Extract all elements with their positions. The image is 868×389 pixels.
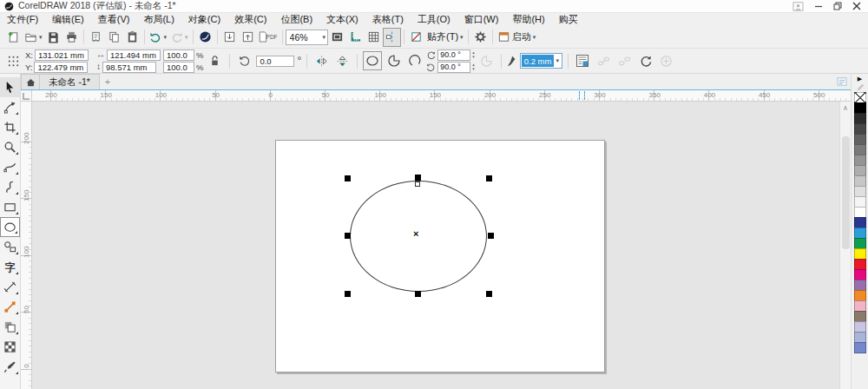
document-navigator-icon[interactable] <box>833 74 851 89</box>
new-tab-button[interactable]: + <box>100 74 115 89</box>
menu-item-bitmaps[interactable]: 位图(B) <box>273 13 319 26</box>
show-guidelines-button[interactable] <box>383 28 401 47</box>
mirror-vertical-button[interactable] <box>333 51 352 70</box>
selection-handle[interactable] <box>415 291 421 297</box>
pdf-button[interactable]: PDF <box>257 28 279 47</box>
connector-tool[interactable] <box>0 297 20 317</box>
start-angle-field[interactable]: 90.0 ° <box>437 49 470 61</box>
object-width-field[interactable] <box>107 49 161 61</box>
selection-handle[interactable] <box>415 175 421 181</box>
rotation-angle-field[interactable] <box>256 56 294 67</box>
ellipse-node[interactable] <box>415 181 420 187</box>
palette-options-icon[interactable] <box>856 82 865 93</box>
import-button[interactable] <box>220 28 239 47</box>
add-perspective-button[interactable] <box>657 51 675 70</box>
mirror-horizontal-button[interactable] <box>312 51 331 70</box>
fullscreen-preview-button[interactable] <box>328 28 346 47</box>
selection-handle[interactable] <box>488 233 494 239</box>
crop-tool[interactable] <box>0 117 20 137</box>
home-tab-button[interactable] <box>21 74 40 89</box>
pick-tool[interactable] <box>0 77 20 97</box>
zoom-tool[interactable] <box>0 137 20 157</box>
pie-mode-button[interactable] <box>385 51 403 70</box>
palette-flyout-button[interactable]: ▶ <box>858 75 862 82</box>
menu-item-file[interactable]: 文件(F) <box>0 13 45 26</box>
scroll-up-button[interactable]: ∧ <box>840 102 851 114</box>
show-grid-button[interactable] <box>365 28 383 47</box>
rectangle-tool[interactable] <box>0 197 20 217</box>
menu-item-buy[interactable]: 购买 <box>552 13 585 26</box>
chain-link-button-2[interactable] <box>615 51 634 70</box>
print-button[interactable] <box>62 28 81 47</box>
menu-item-tools[interactable]: 工具(O) <box>411 13 457 26</box>
restore-button[interactable] <box>833 1 842 12</box>
color-eyedropper-tool[interactable] <box>0 357 20 377</box>
minimize-button[interactable] <box>814 1 823 12</box>
zoom-level-input[interactable] <box>286 30 323 43</box>
scale-v-field[interactable] <box>163 62 194 73</box>
menu-item-text[interactable]: 文本(X) <box>319 13 365 26</box>
selection-handle[interactable] <box>345 291 351 297</box>
open-button[interactable]: ▾ <box>23 28 44 47</box>
paste-button[interactable] <box>123 28 141 47</box>
arc-mode-button[interactable] <box>405 51 424 70</box>
menu-item-effects[interactable]: 效果(C) <box>227 13 273 26</box>
selection-handle[interactable] <box>486 175 492 181</box>
document-tab[interactable]: 未命名 -1* <box>40 74 100 89</box>
ellipse-mode-button[interactable] <box>363 51 382 70</box>
scale-h-field[interactable] <box>163 49 194 61</box>
copy-button[interactable] <box>105 28 123 47</box>
search-content-button[interactable] <box>196 28 214 47</box>
start-angle-spinner[interactable]: ▴▾ <box>472 50 475 59</box>
new-document-button[interactable] <box>4 28 23 47</box>
freehand-tool[interactable] <box>0 157 20 177</box>
chain-link-button-1[interactable] <box>595 51 613 70</box>
undo-button[interactable]: ▾ <box>148 28 169 47</box>
vertical-ruler[interactable]: 200150100500 <box>21 102 32 389</box>
convert-to-curves-button[interactable] <box>636 51 654 70</box>
menu-item-view[interactable]: 查看(V) <box>91 13 137 26</box>
show-rulers-button[interactable] <box>346 28 365 47</box>
color-swatch[interactable] <box>854 342 866 353</box>
menu-item-edit[interactable]: 编辑(E) <box>45 13 91 26</box>
snap-off-button[interactable] <box>407 28 425 47</box>
scrollbar-thumb[interactable] <box>842 136 850 249</box>
drop-shadow-tool[interactable] <box>0 317 20 337</box>
artistic-media-tool[interactable] <box>0 177 20 197</box>
close-button[interactable] <box>852 1 861 12</box>
selection-handle[interactable] <box>486 291 492 297</box>
outline-width-combo[interactable]: 0.2 mm▾ <box>520 53 562 69</box>
lock-ratio-button[interactable] <box>206 51 224 70</box>
menu-item-help[interactable]: 帮助(H) <box>505 13 551 26</box>
vertical-scrollbar[interactable]: ∧ <box>839 102 851 389</box>
shape-tool[interactable] <box>0 97 20 117</box>
wrap-text-button[interactable] <box>574 51 592 70</box>
zoom-level-combo[interactable]: ▾ <box>286 30 329 45</box>
ellipse-tool[interactable] <box>0 217 20 237</box>
change-direction-button[interactable] <box>477 51 496 70</box>
export-button[interactable] <box>239 28 257 47</box>
options-button[interactable] <box>471 28 490 47</box>
y-position-field[interactable] <box>34 62 88 73</box>
menu-item-window[interactable]: 窗口(W) <box>457 13 506 26</box>
menu-item-object[interactable]: 对象(C) <box>181 13 227 26</box>
selection-handle[interactable] <box>345 233 351 239</box>
cut-button[interactable] <box>87 28 105 47</box>
transparency-tool[interactable] <box>0 337 20 357</box>
user-account-icon[interactable] <box>792 1 804 12</box>
text-tool[interactable]: 字 <box>0 257 20 277</box>
redo-button[interactable]: ▾ <box>168 28 190 47</box>
x-position-field[interactable] <box>35 49 89 61</box>
end-angle-spinner[interactable]: ▴▾ <box>472 63 475 71</box>
snap-to-button[interactable]: 贴齐(T)▾ <box>425 28 465 47</box>
object-height-field[interactable] <box>102 62 156 73</box>
menu-item-table[interactable]: 表格(T) <box>365 13 411 26</box>
save-button[interactable] <box>44 28 62 47</box>
dimension-tool[interactable] <box>0 277 20 297</box>
drawing-canvas[interactable]: × <box>32 102 839 389</box>
launcher-button[interactable]: 启动▾ <box>496 28 538 47</box>
common-shapes-tool[interactable] <box>0 237 20 257</box>
menu-item-layout[interactable]: 布局(L) <box>136 13 181 26</box>
selection-handle[interactable] <box>345 175 351 181</box>
horizontal-ruler[interactable]: 2001501005005010015020025030035040045050… <box>32 90 851 102</box>
